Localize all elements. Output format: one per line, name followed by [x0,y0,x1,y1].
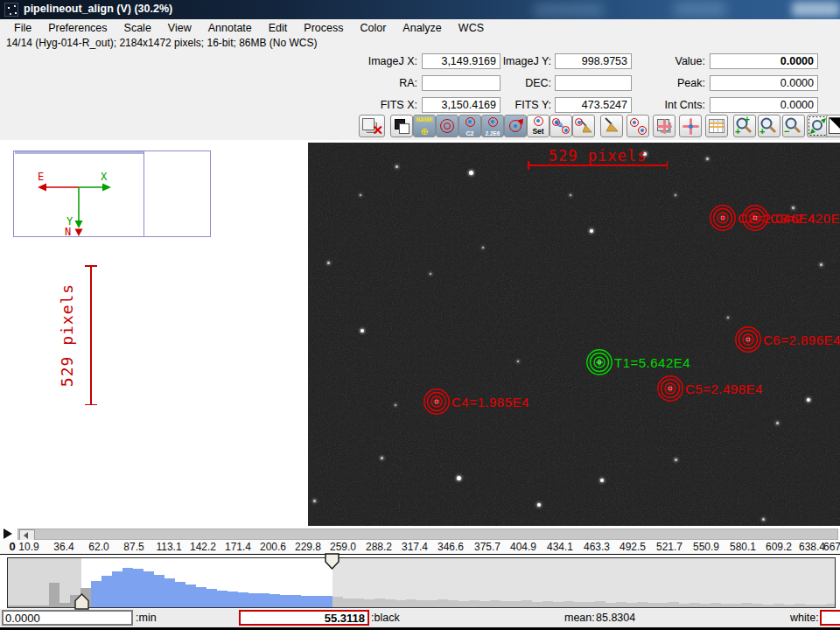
contrast-footer: 0.0000 :min 55.3118 :black mean: 85.8304… [0,609,840,627]
star [706,158,709,160]
fits-y-field[interactable]: 473.5247 [555,97,632,113]
histogram-bar [732,604,742,607]
histogram-tick-label: 667.6 [823,541,840,553]
compass-east-label: E [38,171,44,183]
play-button[interactable] [4,528,12,539]
histogram-bar [28,606,38,607]
white-point-field[interactable] [820,610,840,626]
histogram-bar [784,605,794,607]
black-point-field[interactable]: 55.3118 [239,610,369,626]
value-field[interactable]: 0.0000 [710,53,818,69]
histogram-tick-label: 434.1 [547,541,573,553]
title-bar[interactable]: pipelineout_align (V) (30.2%) [0,0,840,20]
menu-edit[interactable]: Edit [269,22,288,34]
image-info-line: 14/14 (Hyg-014-R_out); 2184x1472 pixels;… [6,36,318,50]
histogram-panel[interactable] [7,557,836,608]
aperture-settings-icon[interactable]: Set [527,115,550,137]
histogram-tick-label: 288.2 [366,541,392,553]
histogram-bar [301,596,312,607]
measurements-table-icon[interactable] [705,115,728,137]
int-cnts-field[interactable]: 0.0000 [710,97,818,113]
aperture-rings [422,387,452,416]
histogram-bar [186,584,196,607]
magnifier-glyph: ++ [734,116,755,136]
horizontal-scale-line [528,164,668,166]
clear-overlay-icon[interactable] [600,115,623,137]
min-field[interactable]: 0.0000 [2,610,133,626]
zoom-in-icon[interactable]: + [758,115,780,137]
invert-lut-icon[interactable] [826,115,840,137]
histogram-bar [595,601,606,607]
align-stack-icon[interactable] [653,115,676,137]
move-aperture-icon[interactable] [504,115,527,137]
svg-text:+: + [760,126,765,136]
histogram-tick-label: 0 [9,540,15,553]
histogram-bar [196,587,206,607]
single-aperture-icon[interactable] [436,115,458,137]
titlebar-glass-decor [674,3,726,16]
histogram-bar [626,603,637,607]
histogram-bar [658,603,668,607]
histogram-bar [7,606,18,607]
histogram-bar [364,599,374,607]
menu-preferences[interactable]: Preferences [48,22,107,34]
black-point-slider[interactable] [325,553,340,570]
mean-value: 85.8304 [596,611,635,625]
histogram-tick-label: 200.6 [260,541,286,553]
histogram-bar [668,602,679,607]
dec-field[interactable] [555,75,632,91]
menu-analyze[interactable]: Analyze [402,22,441,34]
zoom-out-icon[interactable]: − [782,115,805,137]
histogram-tick-label: 62.0 [88,541,108,553]
histogram-tick-label: 346.6 [438,541,464,553]
histogram-tick-label: 609.2 [766,541,792,553]
histogram-tick-label: 171.4 [225,541,251,553]
histogram-bar [416,600,427,607]
peak-field[interactable]: 0.0000 [710,75,818,91]
edit-apertures-icon[interactable]: ✎ [550,115,572,137]
min-field-label: :min [136,611,157,625]
left-arrow-icon [24,532,28,539]
max-counts-icon[interactable]: 2.2E6 [481,115,504,137]
menu-color[interactable]: Color [360,22,386,34]
navigation-thumbnail[interactable]: E X Y N [13,150,211,237]
histogram-bar [584,602,595,607]
histogram-bar [322,596,332,607]
aperture-label: C6=2.896E4 [763,332,840,347]
histogram-tick-label: 492.5 [620,541,646,553]
star [396,165,398,168]
centroid-icon[interactable] [679,115,702,137]
histogram-bar [458,601,469,607]
menu-wcs[interactable]: WCS [458,22,484,34]
stack-scrollbar[interactable] [18,528,838,540]
histogram-tick-label: 36.4 [53,541,74,553]
menu-process[interactable]: Process [304,22,343,34]
star [590,229,593,233]
zoom-in-fast-icon[interactable]: ++ [733,115,756,137]
histogram-bar [406,599,416,607]
image-canvas[interactable]: T1=5.642E4C2=2.046E4C3=2.420E4C6=2.896E4… [308,143,840,526]
vertical-scale-label: 529 pixels [58,284,76,387]
mean-label: mean: [564,611,595,625]
app-icon [4,3,18,17]
multi-aperture-icon[interactable] [626,115,649,137]
star [675,458,677,461]
comparison-aperture-icon[interactable]: C2 [458,115,481,137]
menu-view[interactable]: View [168,22,192,34]
histogram-bar [542,601,553,607]
aperture-rings [708,203,738,233]
histogram-tick-label: 463.3 [584,541,610,553]
compass-north-label: N [65,226,71,236]
histogram-bar [290,595,301,607]
imagej-y-field[interactable]: 998.9753 [555,53,632,69]
menu-file[interactable]: File [14,22,32,34]
invert-display-icon[interactable] [390,115,413,137]
histogram-bar [532,602,542,607]
min-slider[interactable] [74,593,90,611]
histogram-bar [270,594,280,607]
clear-apertures-icon[interactable] [572,115,595,137]
menu-annotate[interactable]: Annotate [208,22,252,34]
annotate-icon[interactable]: NAME⊕ [413,115,436,137]
menu-scale[interactable]: Scale [124,22,151,34]
close-stack-icon[interactable]: ✕ [359,115,385,137]
